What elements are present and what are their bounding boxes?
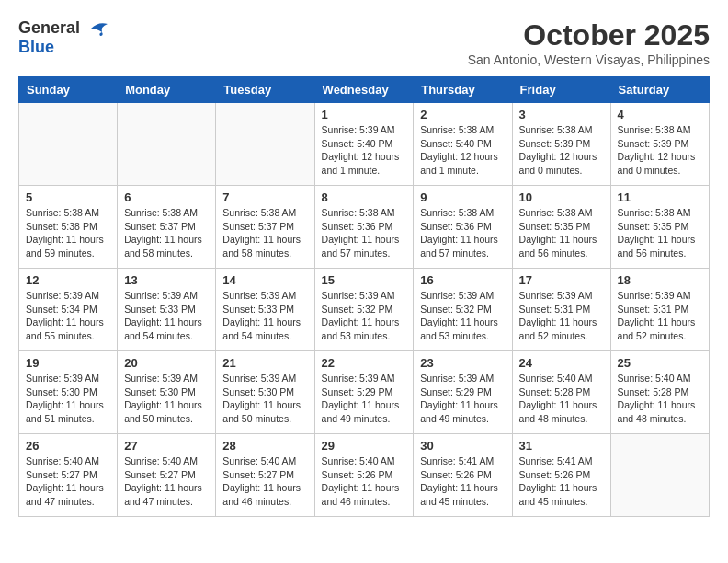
calendar-cell: 23Sunrise: 5:39 AMSunset: 5:29 PMDayligh… (414, 351, 512, 434)
calendar-cell: 19Sunrise: 5:39 AMSunset: 5:30 PMDayligh… (19, 351, 118, 434)
day-info: Sunrise: 5:41 AMSunset: 5:26 PMDaylight:… (420, 454, 505, 509)
day-info: Sunrise: 5:39 AMSunset: 5:31 PMDaylight:… (618, 289, 702, 343)
calendar-cell: 6Sunrise: 5:38 AMSunset: 5:37 PMDaylight… (118, 186, 216, 269)
day-info: Sunrise: 5:40 AMSunset: 5:26 PMDaylight:… (322, 454, 407, 509)
calendar-week-row: 5Sunrise: 5:38 AMSunset: 5:38 PMDaylight… (19, 186, 710, 269)
day-number: 16 (420, 273, 505, 287)
day-info: Sunrise: 5:38 AMSunset: 5:36 PMDaylight:… (322, 206, 407, 260)
calendar-week-row: 19Sunrise: 5:39 AMSunset: 5:30 PMDayligh… (19, 351, 710, 434)
calendar-cell: 25Sunrise: 5:40 AMSunset: 5:28 PMDayligh… (610, 351, 709, 434)
day-info: Sunrise: 5:40 AMSunset: 5:27 PMDaylight:… (222, 454, 307, 509)
calendar-cell: 30Sunrise: 5:41 AMSunset: 5:26 PMDayligh… (414, 434, 512, 517)
calendar-cell: 27Sunrise: 5:40 AMSunset: 5:27 PMDayligh… (118, 434, 216, 517)
day-info: Sunrise: 5:38 AMSunset: 5:35 PMDaylight:… (519, 206, 604, 260)
calendar-cell (118, 103, 216, 186)
calendar-cell: 10Sunrise: 5:38 AMSunset: 5:35 PMDayligh… (512, 186, 610, 269)
month-title: October 2025 (468, 18, 710, 52)
calendar-cell: 28Sunrise: 5:40 AMSunset: 5:27 PMDayligh… (216, 434, 314, 517)
weekday-header-sunday: Sunday (19, 77, 118, 103)
calendar-cell: 31Sunrise: 5:41 AMSunset: 5:26 PMDayligh… (512, 434, 610, 517)
day-info: Sunrise: 5:38 AMSunset: 5:39 PMDaylight:… (519, 123, 604, 178)
day-info: Sunrise: 5:38 AMSunset: 5:37 PMDaylight:… (124, 206, 209, 260)
day-number: 1 (322, 108, 407, 121)
day-info: Sunrise: 5:39 AMSunset: 5:30 PMDaylight:… (26, 372, 110, 426)
day-info: Sunrise: 5:38 AMSunset: 5:38 PMDaylight:… (26, 206, 110, 260)
calendar-cell: 20Sunrise: 5:39 AMSunset: 5:30 PMDayligh… (118, 351, 216, 434)
day-info: Sunrise: 5:39 AMSunset: 5:31 PMDaylight:… (519, 289, 604, 343)
day-info: Sunrise: 5:39 AMSunset: 5:40 PMDaylight:… (322, 123, 407, 178)
logo-general-text: General (18, 18, 80, 38)
calendar-cell: 1Sunrise: 5:39 AMSunset: 5:40 PMDaylight… (314, 103, 414, 186)
calendar-cell (216, 103, 314, 186)
calendar-cell: 14Sunrise: 5:39 AMSunset: 5:33 PMDayligh… (216, 269, 314, 351)
day-number: 15 (322, 273, 407, 287)
day-info: Sunrise: 5:39 AMSunset: 5:32 PMDaylight:… (420, 289, 505, 343)
weekday-header-friday: Friday (512, 77, 610, 103)
day-number: 22 (322, 356, 407, 370)
calendar-cell: 3Sunrise: 5:38 AMSunset: 5:39 PMDaylight… (512, 103, 610, 186)
calendar-cell (19, 103, 118, 186)
calendar-cell: 13Sunrise: 5:39 AMSunset: 5:33 PMDayligh… (118, 269, 216, 351)
day-number: 3 (519, 108, 604, 121)
calendar-cell: 26Sunrise: 5:40 AMSunset: 5:27 PMDayligh… (19, 434, 118, 517)
day-info: Sunrise: 5:38 AMSunset: 5:36 PMDaylight:… (420, 206, 505, 260)
day-info: Sunrise: 5:39 AMSunset: 5:32 PMDaylight:… (322, 289, 407, 343)
day-number: 29 (322, 439, 407, 453)
day-info: Sunrise: 5:41 AMSunset: 5:26 PMDaylight:… (519, 454, 604, 509)
day-number: 18 (618, 273, 702, 287)
calendar-cell: 21Sunrise: 5:39 AMSunset: 5:30 PMDayligh… (216, 351, 314, 434)
location-title: San Antonio, Western Visayas, Philippine… (468, 52, 710, 67)
day-info: Sunrise: 5:40 AMSunset: 5:28 PMDaylight:… (519, 372, 604, 426)
calendar-cell: 12Sunrise: 5:39 AMSunset: 5:34 PMDayligh… (19, 269, 118, 351)
day-number: 26 (26, 439, 110, 453)
weekday-header-monday: Monday (118, 77, 216, 103)
day-number: 5 (26, 190, 110, 204)
day-info: Sunrise: 5:39 AMSunset: 5:33 PMDaylight:… (124, 289, 209, 343)
logo-blue-text: Blue (18, 38, 54, 57)
calendar-cell: 2Sunrise: 5:38 AMSunset: 5:40 PMDaylight… (414, 103, 512, 186)
calendar-cell: 24Sunrise: 5:40 AMSunset: 5:28 PMDayligh… (512, 351, 610, 434)
calendar-cell: 9Sunrise: 5:38 AMSunset: 5:36 PMDaylight… (414, 186, 512, 269)
day-number: 9 (420, 190, 505, 204)
calendar-header-row: SundayMondayTuesdayWednesdayThursdayFrid… (19, 77, 710, 103)
day-number: 23 (420, 356, 505, 370)
weekday-header-wednesday: Wednesday (314, 77, 414, 103)
calendar-table: SundayMondayTuesdayWednesdayThursdayFrid… (18, 76, 710, 517)
calendar-week-row: 1Sunrise: 5:39 AMSunset: 5:40 PMDaylight… (19, 103, 710, 186)
calendar-cell: 8Sunrise: 5:38 AMSunset: 5:36 PMDaylight… (314, 186, 414, 269)
day-info: Sunrise: 5:40 AMSunset: 5:27 PMDaylight:… (124, 454, 209, 509)
day-number: 7 (222, 190, 307, 204)
calendar-week-row: 26Sunrise: 5:40 AMSunset: 5:27 PMDayligh… (19, 434, 710, 517)
day-number: 19 (26, 356, 110, 370)
day-number: 31 (519, 439, 604, 453)
day-info: Sunrise: 5:40 AMSunset: 5:27 PMDaylight:… (26, 454, 110, 509)
calendar-cell: 5Sunrise: 5:38 AMSunset: 5:38 PMDaylight… (19, 186, 118, 269)
day-number: 2 (420, 108, 505, 121)
day-number: 21 (222, 356, 307, 370)
day-info: Sunrise: 5:39 AMSunset: 5:29 PMDaylight:… (420, 372, 505, 426)
day-number: 8 (322, 190, 407, 204)
day-number: 28 (222, 439, 307, 453)
day-info: Sunrise: 5:38 AMSunset: 5:37 PMDaylight:… (222, 206, 307, 260)
day-info: Sunrise: 5:39 AMSunset: 5:34 PMDaylight:… (26, 289, 110, 343)
day-number: 24 (519, 356, 604, 370)
calendar-cell: 15Sunrise: 5:39 AMSunset: 5:32 PMDayligh… (314, 269, 414, 351)
day-info: Sunrise: 5:40 AMSunset: 5:28 PMDaylight:… (618, 372, 702, 426)
day-number: 13 (124, 273, 209, 287)
calendar-cell: 7Sunrise: 5:38 AMSunset: 5:37 PMDaylight… (216, 186, 314, 269)
weekday-header-thursday: Thursday (414, 77, 512, 103)
day-number: 4 (618, 108, 702, 121)
day-info: Sunrise: 5:38 AMSunset: 5:39 PMDaylight:… (618, 123, 702, 178)
day-number: 25 (618, 356, 702, 370)
day-info: Sunrise: 5:38 AMSunset: 5:40 PMDaylight:… (420, 123, 505, 178)
day-number: 6 (124, 190, 209, 204)
day-number: 27 (124, 439, 209, 453)
page-header: General Blue October 2025 San Antonio, W… (18, 18, 710, 67)
calendar-cell: 22Sunrise: 5:39 AMSunset: 5:29 PMDayligh… (314, 351, 414, 434)
title-area: October 2025 San Antonio, Western Visaya… (468, 18, 710, 67)
day-number: 14 (222, 273, 307, 287)
calendar-week-row: 12Sunrise: 5:39 AMSunset: 5:34 PMDayligh… (19, 269, 710, 351)
calendar-cell: 17Sunrise: 5:39 AMSunset: 5:31 PMDayligh… (512, 269, 610, 351)
day-info: Sunrise: 5:39 AMSunset: 5:30 PMDaylight:… (222, 372, 307, 426)
weekday-header-saturday: Saturday (610, 77, 709, 103)
